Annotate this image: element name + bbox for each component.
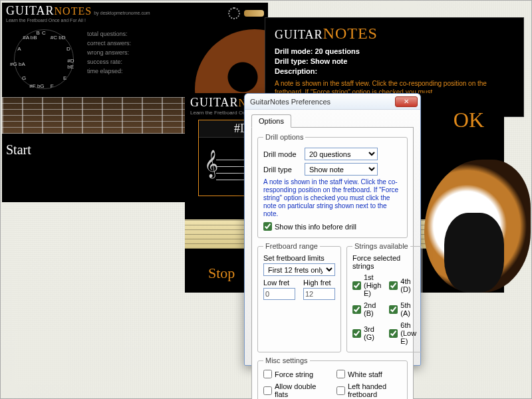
note-d[interactable]: D (66, 46, 70, 52)
stat-correct: correct answers: (87, 39, 131, 48)
tagline: Learn the Fretboard Once and For All ! (6, 18, 150, 23)
left-handed-checkbox[interactable] (336, 386, 345, 395)
range-legend: Fretboard range (263, 242, 320, 250)
brand-suffix: NOTES (323, 25, 378, 42)
app-header: GUITARNOTES by desktopmetronome.com Lear… (2, 3, 268, 24)
string-5-checkbox[interactable] (389, 305, 398, 314)
show-info-checkbox[interactable] (263, 222, 272, 231)
tab-pane: Drill options Drill mode 20 questions Dr… (251, 127, 414, 399)
low-fret-label: Low fret (263, 279, 295, 287)
string-3-label: 3rd (G) (364, 325, 381, 341)
string-3-checkbox[interactable] (352, 329, 361, 338)
low-fret-input[interactable] (263, 288, 295, 300)
string-6-label: 6th (Low E) (400, 321, 416, 345)
ok-indicator: OK (454, 108, 484, 132)
stat-wrong: wrong answers: (87, 48, 131, 57)
drill-type-select[interactable]: Show note (305, 163, 378, 176)
drill-type-label: Drill type (263, 166, 301, 174)
brand-prefix: GUITAR (275, 28, 323, 41)
gear-icon[interactable] (228, 7, 240, 19)
dialog-title: GuitarNotes Preferences (250, 98, 331, 106)
left-handed-label: Left handed fretboard (348, 382, 402, 398)
drill-hint: A note is shown in the staff view. Click… (263, 178, 402, 218)
brand-prefix: GUITAR (6, 4, 55, 17)
white-staff-checkbox[interactable] (336, 370, 345, 378)
misc-legend: Misc settings (263, 356, 310, 364)
note-b[interactable]: B (37, 30, 40, 36)
double-flats-label: Allow double flats (275, 382, 329, 398)
string-2-label: 2nd (B) (364, 301, 381, 317)
electric-guitar (411, 133, 531, 306)
note-fs[interactable]: #F bG (29, 83, 44, 89)
force-string-checkbox[interactable] (263, 370, 272, 378)
drill-options-group: Drill options Drill mode 20 questions Dr… (257, 133, 408, 238)
note-f[interactable]: F (51, 83, 54, 89)
stat-total: total questions: (87, 29, 131, 39)
strings-group: Strings available Force selected strings… (346, 242, 422, 352)
string-6-checkbox[interactable] (389, 329, 398, 338)
dialog-titlebar[interactable]: GuitarNotes Preferences ✕ (245, 94, 420, 110)
note-g[interactable]: G (22, 75, 26, 81)
string-2-checkbox[interactable] (352, 305, 361, 314)
stat-time: time elapsed: (87, 66, 131, 76)
white-staff-label: White staff (348, 370, 382, 378)
high-fret-label: High fret (303, 279, 335, 287)
fretboard-range-group: Fretboard range Set fretboard limits Fir… (257, 242, 341, 352)
brand-suffix: NOTES (55, 5, 92, 17)
drill-mode-select[interactable]: 20 questions (305, 148, 378, 160)
tab-options[interactable]: Options (251, 114, 291, 128)
string-1-label: 1st (High E) (364, 273, 381, 297)
string-4-checkbox[interactable] (389, 281, 398, 290)
strings-legend: Strings available (352, 242, 410, 250)
drill-legend: Drill options (263, 133, 305, 141)
note-a[interactable]: A (17, 46, 21, 52)
guitar-icon (244, 10, 264, 17)
note-ds[interactable]: #D bE (67, 58, 74, 70)
note-cs[interactable]: #C bD (51, 34, 66, 40)
limits-label: Set fretboard limits (263, 254, 335, 262)
note-gs[interactable]: #G bA (10, 61, 25, 67)
stop-button[interactable]: Stop (208, 265, 235, 282)
description-label: Description: (275, 66, 514, 76)
note-c[interactable]: C (42, 30, 46, 36)
string-4-label: 4th (D) (400, 277, 416, 293)
stats-panel: total questions: correct answers: wrong … (87, 29, 131, 89)
fret-limits-select[interactable]: First 12 frets only (263, 263, 335, 276)
high-fret-input[interactable] (303, 288, 335, 300)
stat-rate: success rate: (87, 57, 131, 66)
close-icon: ✕ (404, 98, 409, 105)
double-flats-checkbox[interactable] (263, 386, 272, 395)
force-string-label: Force string (275, 370, 313, 378)
preferences-dialog: GuitarNotes Preferences ✕ Options Drill … (244, 93, 421, 366)
brand-prefix: GUITAR (190, 96, 239, 109)
drill-mode-label: Drill mode (263, 150, 301, 158)
string-1-checkbox[interactable] (352, 281, 361, 290)
close-button[interactable]: ✕ (395, 96, 418, 107)
string-5-label: 5th (A) (400, 301, 416, 317)
misc-group: Misc settings Force string White staff A… (257, 356, 408, 399)
note-as[interactable]: #A bB (23, 34, 37, 40)
byline: by desktopmetronome.com (94, 11, 150, 15)
strings-sub: Force selected strings (352, 254, 416, 270)
drill-type-line: Drill type: Show note (275, 57, 514, 66)
drill-mode-line: Drill mode: 20 questions (275, 47, 514, 57)
show-info-label: Show this info before drill (275, 223, 356, 231)
note-e[interactable]: E (63, 75, 66, 81)
start-button[interactable]: Start (6, 142, 31, 158)
note-circle[interactable]: C #C bD D #D bE E F #F bG G #G bA A #A b… (14, 29, 74, 89)
